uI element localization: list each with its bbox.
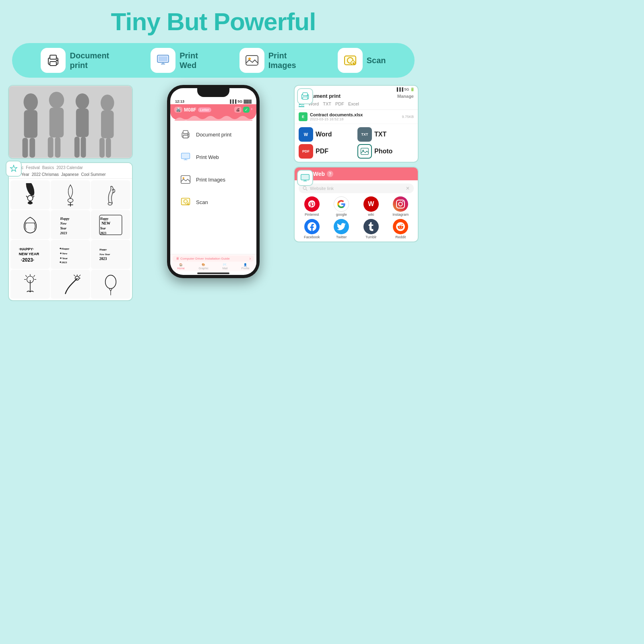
- svg-text:✦Year: ✦Year: [60, 257, 68, 260]
- menu-printer-icon: [179, 128, 192, 141]
- doc-manage-link[interactable]: Manage: [397, 94, 414, 99]
- monitor-icon: [155, 53, 171, 68]
- app-pinterest[interactable]: Pinterest: [298, 196, 326, 217]
- reddit-icon: [393, 219, 408, 234]
- monitor-card-icon: [300, 173, 310, 183]
- cat-cool-summer[interactable]: Cool Summer: [81, 172, 105, 177]
- svg-point-9: [248, 58, 251, 60]
- app-facebook[interactable]: Facebook: [298, 219, 326, 239]
- svg-text:Happy: Happy: [100, 217, 109, 221]
- feature-print-images[interactable]: PrintImages: [239, 48, 296, 73]
- svg-rect-89: [303, 93, 308, 95]
- tab-mail[interactable]: ✉️ Mail: [222, 263, 227, 270]
- tab-excel[interactable]: Excel: [348, 101, 359, 107]
- sticker-item-cracker[interactable]: [51, 270, 90, 299]
- mail-icon: ✉️: [223, 263, 227, 266]
- signal-bars-icon: ▐▐▐: [229, 99, 236, 103]
- cat-japanese[interactable]: Japanese: [61, 172, 78, 177]
- app-wiki[interactable]: W wiki: [357, 196, 385, 217]
- print-wed-icon-box: [151, 48, 175, 73]
- chevron-right-icon[interactable]: ›: [251, 107, 252, 113]
- menu-scan-icon: [179, 196, 192, 208]
- feature-print-wed[interactable]: PrintWed: [151, 48, 198, 73]
- phone-status-icons: ▐▐▐ 5G ▓▓▓: [229, 99, 252, 103]
- right-panel: ▐▐▐ 5G 🔋 ‹ Document print Manage All Wor…: [294, 85, 419, 301]
- word-icon: W: [299, 127, 313, 142]
- svg-rect-78: [182, 153, 190, 159]
- phone-screen: 12:13 ▐▐▐ 5G ▓▓▓ 🖨️ M08F Letter: [170, 88, 256, 275]
- tab-txt[interactable]: TXT: [323, 101, 331, 107]
- app-tumblr[interactable]: Tumblr: [357, 219, 385, 239]
- sticker-item[interactable]: [10, 180, 50, 209]
- svg-text:·2023·: ·2023·: [21, 257, 34, 263]
- menu-item-doc-print[interactable]: Document print: [176, 125, 251, 144]
- cat-2022-chrismas[interactable]: 2022 Chrismas: [32, 172, 59, 177]
- doc-file-info: Contract documents.xlsx 2023-03-15 16:52…: [310, 112, 399, 121]
- tab-profile[interactable]: 👤 Profile: [242, 263, 250, 270]
- doc-print-tabs: All Word TXT PDF Excel: [295, 101, 418, 110]
- svg-line-64: [33, 275, 35, 277]
- monitor-small-icon: 🖥: [176, 257, 179, 260]
- sticker-item-happy-new-year-cursive[interactable]: ✦Happy ✦New ✦Year ✦2023: [51, 240, 90, 269]
- doc-type-photo[interactable]: Photo: [357, 144, 414, 159]
- network-type: 5G: [237, 99, 242, 103]
- print-images-icon-box: [239, 48, 264, 73]
- svg-text:Happy: Happy: [99, 248, 107, 251]
- sticker-item-happy-new-year-block[interactable]: ·HAPPY· NEW YEAR ·2023·: [10, 240, 50, 269]
- sticker-item[interactable]: [51, 180, 90, 209]
- left-panel: Comic Festival Basics 2023 Calendar New …: [8, 85, 133, 301]
- print-web-search[interactable]: Website link ✕: [299, 184, 414, 193]
- svg-point-26: [76, 93, 89, 109]
- doc-type-txt[interactable]: TXT TXT: [357, 127, 414, 142]
- tab-profile-label: Profile: [242, 267, 250, 270]
- sticker-item-happy-new2[interactable]: Happy NEW Year 2023: [91, 210, 130, 239]
- wiki-icon: W: [363, 196, 379, 212]
- svg-text:Year: Year: [60, 226, 67, 230]
- sticker-item-balloon[interactable]: [91, 270, 130, 299]
- sticker-item-firework[interactable]: [10, 270, 50, 299]
- app-instagram[interactable]: Instagram: [387, 196, 415, 217]
- profile-icon: 👤: [244, 263, 247, 266]
- tab-calendar[interactable]: 2023 Calendar: [56, 165, 83, 170]
- svg-rect-2: [50, 62, 56, 66]
- menu-item-print-images[interactable]: Print Images: [176, 170, 251, 189]
- sticker-item-happy-new-year[interactable]: Happy New Year 2023: [51, 210, 90, 239]
- tab-festival[interactable]: Festival: [26, 165, 39, 170]
- doc-type-pdf[interactable]: PDF PDF: [299, 144, 355, 159]
- doc-type-word[interactable]: W Word: [299, 127, 355, 142]
- svg-line-62: [25, 275, 27, 277]
- search-placeholder: Website link: [310, 186, 403, 191]
- svg-text:·HAPPY·: ·HAPPY·: [19, 247, 34, 251]
- menu-item-scan[interactable]: Scan: [176, 192, 251, 212]
- svg-text:2023: 2023: [60, 231, 67, 235]
- twitter-label: Twitter: [336, 235, 347, 239]
- camera-scan-icon: [343, 53, 358, 68]
- phone-app-header: 🖨️ M08F Letter 🖨 ✓ ›: [170, 104, 256, 120]
- driver-guide-bar[interactable]: 🖥 Computer Driver Installation Guide ›: [173, 256, 254, 262]
- menu-scan-label: Scan: [196, 199, 208, 205]
- help-icon[interactable]: ?: [327, 171, 333, 177]
- svg-text:2023: 2023: [99, 257, 107, 261]
- tab-pdf[interactable]: PDF: [335, 101, 344, 107]
- app-google[interactable]: google: [328, 196, 356, 217]
- pdf-label: PDF: [316, 148, 328, 155]
- tab-graphic[interactable]: 🎨 Graphic: [198, 263, 208, 270]
- feature-scan[interactable]: Scan: [338, 48, 386, 73]
- menu-item-print-web[interactable]: Print Web: [176, 147, 251, 167]
- check-icon[interactable]: ✓: [243, 107, 250, 113]
- tab-basics[interactable]: Basics: [42, 165, 54, 170]
- phone-header-top: 🖨️ M08F Letter 🖨 ✓ ›: [174, 107, 252, 113]
- print-web-card-icon: [297, 170, 313, 186]
- clear-icon[interactable]: ✕: [406, 186, 410, 191]
- print-icon[interactable]: 🖨: [234, 107, 242, 113]
- sticker-item-happy-new-year-script[interactable]: Happy New Year 2023: [91, 240, 130, 269]
- phone-notch: [197, 88, 229, 97]
- app-reddit[interactable]: Reddit: [387, 219, 415, 239]
- feature-doc-print[interactable]: Documentprint: [41, 48, 109, 73]
- app-twitter[interactable]: Twitter: [328, 219, 356, 239]
- sticker-item[interactable]: [10, 210, 50, 239]
- tab-home[interactable]: 🏠 Home: [177, 263, 185, 270]
- menu-print-images-label: Print Images: [196, 177, 225, 183]
- facebook-label: Facebook: [304, 235, 320, 239]
- sticker-item[interactable]: [91, 180, 130, 209]
